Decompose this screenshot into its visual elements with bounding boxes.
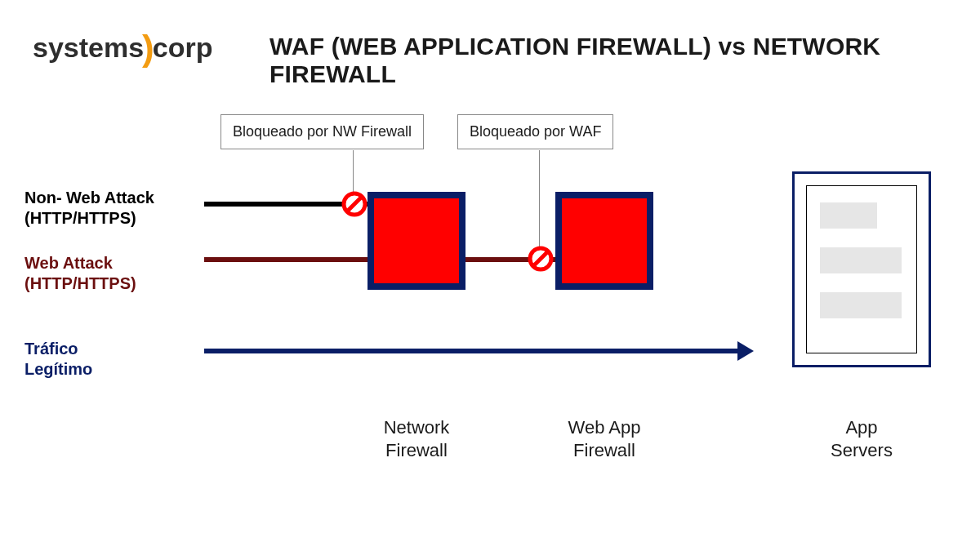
server-bar-1 [820,202,877,229]
blocked-icon-waf [527,245,555,273]
callout-nw-text: Bloqueado por NW Firewall [233,123,412,140]
label-legit-line1: Tráfico [24,340,78,358]
label-legit-traffic: Tráfico Legítimo [24,339,92,380]
flow-line-legit [204,349,739,353]
label-web-attack: Web Attack (HTTP/HTTPS) [24,253,136,294]
callout-waf-connector [539,150,540,256]
logo-text-right: corp [153,32,213,63]
server-bar-3 [820,292,902,318]
label-network-firewall: Network Firewall [335,416,498,461]
callout-waf-text: Bloqueado por WAF [470,123,601,140]
label-servers-line2: Servers [831,440,893,460]
page-title: WAF (WEB APPLICATION FIREWALL) vs NETWOR… [270,33,980,88]
brand-logo: systems)corp [33,24,212,65]
app-server-graphic [792,171,931,367]
label-web-line1: Web Attack [24,254,113,272]
callout-waf: Bloqueado por WAF [457,114,613,149]
label-servers-line1: App [845,417,877,438]
label-waf-line1: Web App [568,417,641,438]
label-legit-line2: Legítimo [24,360,92,378]
label-waf-line2: Firewall [573,440,635,460]
waf-box [555,192,653,290]
logo-paren-icon: ) [142,28,154,68]
label-nonweb-line2: (HTTP/HTTPS) [24,209,136,227]
diagram-stage: systems)corp WAF (WEB APPLICATION FIREWA… [0,0,980,560]
label-nonweb-line1: Non- Web Attack [24,189,154,207]
callout-nw-firewall: Bloqueado por NW Firewall [220,114,424,149]
server-bar-2 [820,247,902,273]
blocked-icon-nw [341,190,368,218]
label-web-line2: (HTTP/HTTPS) [24,274,136,292]
network-firewall-box [368,192,466,290]
app-server-inner [806,185,917,353]
logo-text-left: systems [33,32,144,63]
label-nwfw-line2: Firewall [385,440,448,460]
label-app-servers: App Servers [780,416,943,461]
arrowhead-legit [737,341,754,361]
label-nonweb-attack: Non- Web Attack (HTTP/HTTPS) [24,188,154,229]
label-waf: Web App Firewall [523,416,686,461]
label-nwfw-line1: Network [384,417,450,438]
